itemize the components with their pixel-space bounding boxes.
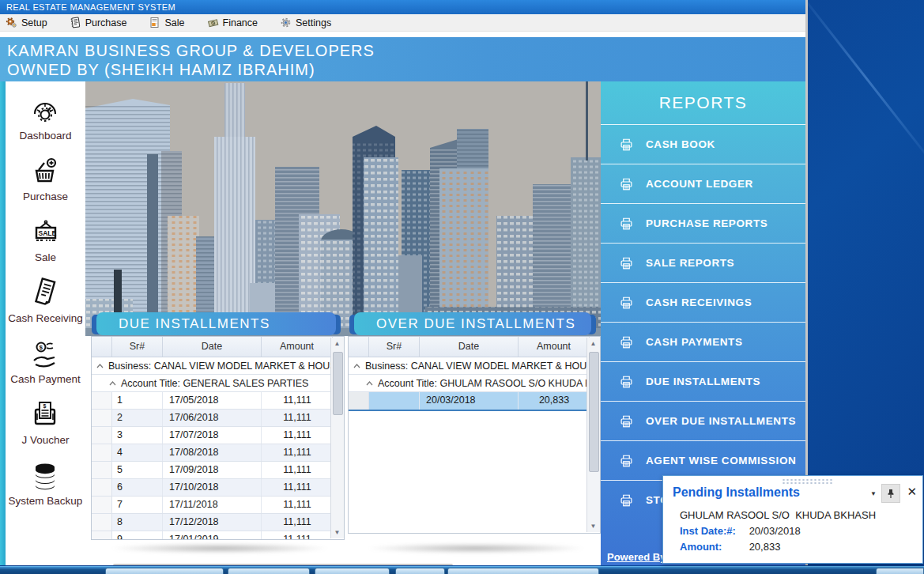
sidebar-label: Dashboard bbox=[19, 130, 71, 142]
table-row[interactable]: 217/06/201811,111 bbox=[92, 410, 344, 427]
pending-installments-popup: Pending Installments ▼ ✕ GHULAM RASOOL S… bbox=[662, 475, 923, 564]
sidebar-label: Purchase bbox=[23, 191, 68, 202]
sidebar-label: Sale bbox=[35, 251, 56, 263]
close-icon[interactable]: ✕ bbox=[907, 485, 917, 499]
table-row[interactable]: 517/09/201811,111 bbox=[92, 462, 344, 479]
report-label: ACCOUNT LEDGER bbox=[646, 178, 753, 190]
notebook-icon bbox=[70, 17, 81, 28]
report-item-cash-payments[interactable]: CASH PAYMENTS bbox=[601, 322, 805, 361]
table-row[interactable]: 917/01/201911,111 bbox=[92, 531, 344, 540]
svg-text:$: $ bbox=[43, 403, 47, 410]
sidebar-item-system-backup[interactable]: System Backup bbox=[9, 455, 83, 507]
report-item-cash-receivings[interactable]: CASH RECEIVINGS bbox=[601, 282, 805, 322]
overdue-installments-table: Sr# Date Amount Business: CANAL VIEW MOD… bbox=[348, 336, 601, 534]
table-row[interactable]: 617/10/201811,111 bbox=[92, 479, 344, 497]
column-header-sr[interactable]: Sr# bbox=[369, 337, 420, 357]
table-row[interactable]: 817/12/201811,111 bbox=[92, 514, 344, 531]
table-row[interactable]: 717/11/201811,111 bbox=[92, 497, 344, 514]
scrollbar-thumb[interactable] bbox=[333, 352, 343, 415]
popup-account-name: GHULAM RASOOL S/O KHUDA BKHASH bbox=[680, 509, 876, 521]
table-row[interactable]: 417/08/201811,111 bbox=[92, 444, 344, 462]
taskbar-button[interactable] bbox=[315, 568, 390, 574]
menu-sale[interactable]: Sale bbox=[149, 17, 184, 28]
column-header-date[interactable]: Date bbox=[420, 337, 519, 357]
taskbar-button[interactable] bbox=[228, 568, 310, 574]
report-item-cash-book[interactable]: CASH BOOK bbox=[601, 124, 805, 164]
company-owner: OWNED BY (SHEIKH HAMIZ IBRAHIM) bbox=[7, 60, 808, 79]
business-group-row[interactable]: Business: CANAL VIEW MODEL MARKET & HOUS… bbox=[349, 357, 600, 375]
window-left-border bbox=[0, 81, 6, 565]
table-row-selected[interactable]: 20/03/201820,833 bbox=[349, 392, 600, 411]
sidebar-item-purchase[interactable]: Purchase bbox=[23, 150, 68, 202]
cash-receiving-icon bbox=[28, 275, 62, 310]
sidebar-item-cash-payment[interactable]: $ Cash Payment bbox=[10, 333, 81, 385]
pin-button[interactable] bbox=[881, 484, 900, 503]
menu-purchase[interactable]: Purchase bbox=[70, 17, 127, 28]
taskbar-button[interactable] bbox=[395, 568, 445, 574]
powered-by-link[interactable]: Powered By bbox=[607, 551, 666, 563]
table-row[interactable]: 317/07/201811,111 bbox=[92, 427, 344, 444]
report-item-account-ledger[interactable]: ACCOUNT LEDGER bbox=[601, 164, 805, 203]
report-label: PURCHASE REPORTS bbox=[646, 217, 767, 229]
printer-icon bbox=[619, 454, 634, 468]
report-item-agent-wise-commission[interactable]: AGENT WISE COMMISSION bbox=[601, 440, 805, 480]
due-installments-banner: DUE INSTALLMENTS bbox=[96, 312, 336, 335]
menu-settings[interactable]: Settings bbox=[280, 17, 331, 28]
reports-title: REPORTS bbox=[601, 81, 805, 124]
report-item-overdue-installments[interactable]: OVER DUE INSTALLMENTS bbox=[601, 401, 805, 440]
scroll-up-icon[interactable]: ▲ bbox=[331, 338, 343, 349]
sidebar-label: Cash Receiving bbox=[8, 312, 83, 324]
menu-setup[interactable]: Setup bbox=[6, 17, 47, 28]
group-label: Account Title: GENERAL SALES PARTIES bbox=[121, 378, 308, 389]
chevron-up-icon bbox=[366, 381, 373, 386]
sidebar-label: System Backup bbox=[9, 495, 83, 507]
menu-label: Setup bbox=[21, 17, 47, 28]
table-header-row: Sr# Date Amount bbox=[92, 337, 344, 357]
menu-finance[interactable]: $ Finance bbox=[207, 17, 258, 28]
column-header-sr[interactable]: Sr# bbox=[112, 337, 163, 357]
report-label: SALE REPORTS bbox=[646, 257, 734, 269]
popup-title: Pending Installments bbox=[673, 485, 800, 500]
column-header-amount[interactable]: Amount bbox=[262, 337, 333, 357]
group-label: Business: CANAL VIEW MODEL MARKET & HOUS… bbox=[108, 361, 344, 372]
sidebar-item-dashboard[interactable]: Dashboard bbox=[19, 89, 71, 142]
horizontal-scrollbar[interactable] bbox=[113, 564, 453, 565]
scroll-up-icon[interactable]: ▲ bbox=[587, 338, 599, 349]
report-item-purchase-reports[interactable]: PURCHASE REPORTS bbox=[601, 203, 805, 243]
taskbar-button[interactable] bbox=[447, 568, 599, 574]
scroll-down-icon[interactable]: ▼ bbox=[331, 527, 343, 538]
column-header-amount[interactable]: Amount bbox=[519, 337, 590, 357]
account-group-row[interactable]: Account Title: GENERAL SALES PARTIES bbox=[92, 375, 344, 392]
report-label: OVER DUE INSTALLMENTS bbox=[646, 415, 796, 427]
company-header: KAMRAN BUSINESS GROUP & DEVELOPERS OWNED… bbox=[0, 37, 808, 81]
taskbar-button[interactable] bbox=[105, 568, 224, 574]
sidebar-item-j-voucher[interactable]: $ J Voucher bbox=[21, 394, 69, 446]
report-item-sale-reports[interactable]: SALE REPORTS bbox=[601, 243, 805, 282]
chevron-up-icon bbox=[109, 381, 116, 386]
scroll-down-icon[interactable]: ▼ bbox=[587, 520, 599, 532]
overdue-installments-banner: OVER DUE INSTALLMENTS bbox=[354, 312, 591, 335]
vertical-scrollbar[interactable]: ▲ ▼ bbox=[330, 338, 344, 538]
chevron-up-icon bbox=[353, 364, 360, 368]
report-item-due-installments[interactable]: DUE INSTALLMENTS bbox=[601, 361, 805, 401]
table-header-row: Sr# Date Amount bbox=[349, 337, 600, 357]
sidebar-item-cash-receiving[interactable]: Cash Receiving bbox=[8, 272, 83, 324]
sale-doc-icon bbox=[149, 17, 160, 28]
table-shadow bbox=[365, 543, 586, 553]
dropdown-caret-icon[interactable]: ▼ bbox=[870, 490, 877, 497]
sidebar-item-sale[interactable]: SALE Sale bbox=[28, 211, 63, 263]
svg-text:$: $ bbox=[40, 344, 43, 351]
business-group-row[interactable]: Business: CANAL VIEW MODEL MARKET & HOUS… bbox=[92, 357, 344, 375]
table-row[interactable]: 117/05/201811,111 bbox=[92, 392, 344, 410]
taskbar-tray[interactable] bbox=[876, 568, 924, 574]
scrollbar-thumb[interactable] bbox=[589, 352, 599, 472]
account-group-row[interactable]: Account Title: GHULAM RASOOL S/O KHUDA B… bbox=[349, 375, 600, 392]
inst-date-value: 20/03/2018 bbox=[749, 525, 801, 537]
column-header-date[interactable]: Date bbox=[163, 337, 262, 357]
popup-drag-grip-icon[interactable] bbox=[782, 478, 834, 484]
popup-inst-date-row: Inst Date:#: 20/03/2018 bbox=[680, 525, 801, 537]
vertical-scrollbar[interactable]: ▲ ▼ bbox=[586, 338, 600, 532]
menu-label: Settings bbox=[296, 17, 331, 28]
wallpaper-streak bbox=[793, 0, 924, 172]
cash-payment-icon: $ bbox=[28, 339, 62, 371]
